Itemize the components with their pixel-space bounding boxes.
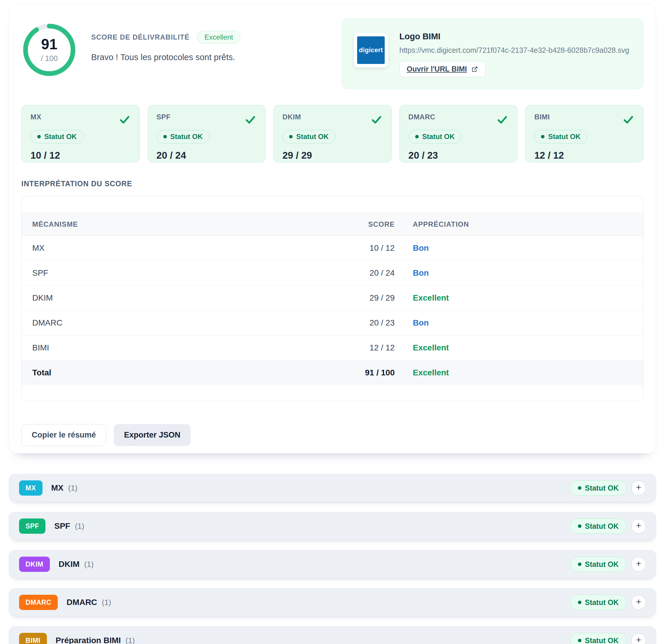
column-header-score: SCORE — [320, 213, 395, 236]
export-json-button[interactable]: Exporter JSON — [114, 424, 191, 446]
actions-bar: Copier le résumé Exporter JSON — [21, 424, 644, 446]
section-status-label: Statut OK — [585, 560, 619, 569]
section-count: (1) — [75, 522, 84, 531]
check-icon — [118, 113, 131, 126]
table-row: SPF 20 / 24 Bon — [22, 261, 643, 286]
section-status-label: Statut OK — [585, 598, 619, 607]
expand-button[interactable]: + — [631, 557, 646, 572]
section-tag-badge: MX — [19, 480, 42, 496]
section-count: (1) — [68, 484, 78, 493]
score-rating-badge: Excellent — [197, 31, 240, 44]
status-dot-icon — [37, 135, 41, 138]
status-card-name: MX — [31, 113, 41, 121]
status-card-score: 12 / 12 — [534, 150, 634, 161]
status-card-score: 20 / 24 — [156, 150, 257, 161]
section-row-dmarc[interactable]: DMARC DMARC (1) Statut OK + — [9, 588, 656, 617]
status-card-mx: MX Statut OK 10 / 12 — [21, 105, 140, 163]
status-dot-icon — [578, 601, 582, 604]
status-dot-icon — [541, 135, 545, 138]
status-card-name: BIMI — [534, 113, 550, 121]
status-dot-icon — [578, 563, 582, 566]
expand-button[interactable]: + — [631, 519, 646, 533]
cell-score: 10 / 12 — [320, 236, 395, 261]
cell-appreciation: Excellent — [395, 336, 643, 360]
status-dot-icon — [289, 135, 292, 138]
bimi-info: Logo BIMI https://vmc.digicert.com/721f0… — [399, 32, 629, 77]
section-title: DKIM — [59, 560, 80, 569]
expand-button[interactable]: + — [631, 633, 646, 644]
status-badge-label: Statut OK — [170, 133, 203, 141]
status-card-name: SPF — [156, 113, 171, 121]
score-title: SCORE DE DÉLIVRABILITÉ — [91, 33, 189, 41]
panel-header: 91 / 100 SCORE DE DÉLIVRABILITÉ Excellen… — [21, 18, 644, 89]
status-card-name: DMARC — [408, 113, 435, 121]
status-badge: Statut OK — [31, 130, 83, 144]
status-card-header: SPF — [156, 113, 257, 126]
section-title: Préparation BIMI — [56, 636, 121, 644]
protocol-status-cards: MX Statut OK 10 / 12 SPF Statut OK 20 / … — [21, 105, 644, 163]
section-row-dkim[interactable]: DKIM DKIM (1) Statut OK + — [9, 550, 656, 578]
expand-button[interactable]: + — [631, 481, 646, 495]
section-tag-badge: DMARC — [19, 595, 58, 610]
expand-button[interactable]: + — [631, 595, 646, 610]
status-card-header: BIMI — [534, 113, 634, 126]
section-row-mx[interactable]: MX MX (1) Statut OK + — [9, 474, 656, 502]
section-status-label: Statut OK — [585, 637, 619, 644]
section-title: MX — [51, 483, 64, 493]
open-bimi-url-label: Ouvrir l'URL BIMI — [407, 65, 467, 73]
score-title-row: SCORE DE DÉLIVRABILITÉ Excellent — [91, 31, 342, 44]
status-card-dmarc: DMARC Statut OK 20 / 23 — [399, 105, 518, 163]
cell-appreciation: Bon — [395, 236, 643, 261]
score-value: 91 — [41, 37, 57, 52]
cell-mechanism: DKIM — [22, 286, 320, 310]
status-dot-icon — [415, 135, 419, 138]
interpretation-heading: INTERPRÉTATION DU SCORE — [21, 179, 644, 188]
plus-icon: + — [636, 559, 641, 568]
table-row: BIMI 12 / 12 Excellent — [22, 336, 643, 360]
protocol-sections: MX MX (1) Statut OK + SPF SPF (1) Statut… — [9, 474, 656, 644]
section-status-badge: Statut OK — [570, 518, 627, 534]
plus-icon: + — [636, 521, 641, 530]
cell-appreciation: Excellent — [395, 286, 643, 310]
column-header-appreciation: APPRÉCIATION — [395, 213, 643, 236]
section-tag-badge: DKIM — [19, 556, 50, 572]
status-dot-icon — [163, 135, 167, 138]
section-row-bimi[interactable]: BIMI Préparation BIMI (1) Statut OK + — [9, 626, 656, 644]
status-card-score: 29 / 29 — [282, 150, 383, 161]
status-card-spf: SPF Statut OK 20 / 24 — [148, 105, 266, 163]
bimi-logo-card: digicert Logo BIMI https://vmc.digicert.… — [342, 18, 644, 89]
deliverability-panel: 91 / 100 SCORE DE DÉLIVRABILITÉ Excellen… — [9, 4, 656, 453]
status-card-header: DKIM — [282, 113, 383, 126]
section-tag-badge: BIMI — [19, 633, 47, 644]
check-icon — [244, 113, 256, 126]
external-link-icon — [471, 66, 478, 73]
bimi-card-title: Logo BIMI — [399, 32, 629, 41]
plus-icon: + — [636, 483, 641, 492]
status-dot-icon — [578, 639, 582, 642]
status-card-score: 10 / 12 — [31, 150, 131, 161]
cell-appreciation: Bon — [395, 261, 643, 286]
status-badge: Statut OK — [282, 130, 336, 144]
section-status-badge: Statut OK — [570, 480, 627, 496]
section-status-badge: Statut OK — [570, 595, 627, 610]
cell-score: 12 / 12 — [320, 336, 395, 360]
digicert-logo: digicert — [357, 36, 385, 64]
bimi-url: https://vmc.digicert.com/721f074c-2137-4… — [399, 46, 629, 55]
section-row-spf[interactable]: SPF SPF (1) Statut OK + — [9, 512, 656, 540]
status-badge: Statut OK — [156, 130, 210, 144]
status-card-dkim: DKIM Statut OK 29 / 29 — [273, 105, 392, 163]
open-bimi-url-button[interactable]: Ouvrir l'URL BIMI — [399, 61, 486, 77]
check-icon — [622, 113, 634, 126]
table-row: DMARC 20 / 23 Bon — [22, 310, 643, 336]
copy-summary-button[interactable]: Copier le résumé — [21, 424, 106, 446]
section-status-label: Statut OK — [585, 522, 619, 531]
status-card-header: DMARC — [408, 113, 509, 126]
table-total-row: Total 91 / 100 Excellent — [22, 360, 643, 385]
status-badge-label: Statut OK — [44, 133, 77, 141]
status-badge: Statut OK — [408, 130, 461, 144]
status-card-name: DKIM — [282, 113, 301, 121]
interpretation-table: MÉCANISME SCORE APPRÉCIATION MX 10 / 12 … — [22, 213, 643, 385]
table-row: DKIM 29 / 29 Excellent — [22, 286, 643, 310]
cell-score: 20 / 24 — [320, 261, 395, 286]
status-card-header: MX — [31, 113, 131, 126]
